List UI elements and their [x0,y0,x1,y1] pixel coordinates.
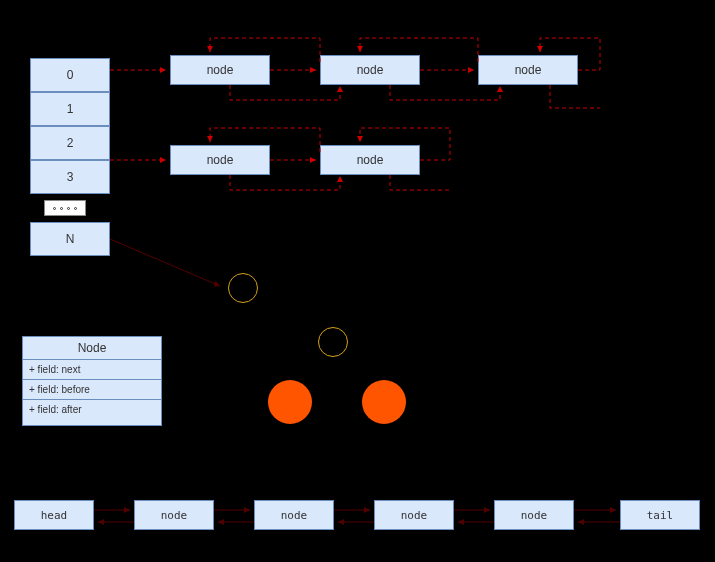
register-ellipsis [44,200,86,216]
register-cell-n: N [30,222,110,256]
uml-node-box: Node + field: next + field: before + fie… [22,336,162,426]
register-cell-1: 1 [30,92,110,126]
register-cell-0: 0 [30,58,110,92]
chain-node-r2-1: node [320,145,420,175]
dot-icon [60,207,63,210]
ll-node-2: node [254,500,334,530]
chain-node-r1-0: node [170,55,270,85]
ll-node-1: node [134,500,214,530]
dot-icon [53,207,56,210]
chain-node-r2-0: node [170,145,270,175]
ll-tail: tail [620,500,700,530]
register-cell-2: 2 [30,126,110,160]
chain-node-r1-2: node [478,55,578,85]
uml-title: Node [23,337,161,360]
ll-head: head [14,500,94,530]
uml-field-after: + field: after [23,400,161,419]
ll-node-4: node [494,500,574,530]
dot-icon [67,207,70,210]
ll-node-3: node [374,500,454,530]
register-cell-3: 3 [30,160,110,194]
uml-field-next: + field: next [23,360,161,380]
tree-circle-empty-2 [318,327,348,357]
uml-field-before: + field: before [23,380,161,400]
dot-icon [74,207,77,210]
tree-circle-empty-1 [228,273,258,303]
tree-circle-filled-1 [268,380,312,424]
chain-node-r1-1: node [320,55,420,85]
svg-line-5 [110,239,220,286]
tree-circle-filled-2 [362,380,406,424]
